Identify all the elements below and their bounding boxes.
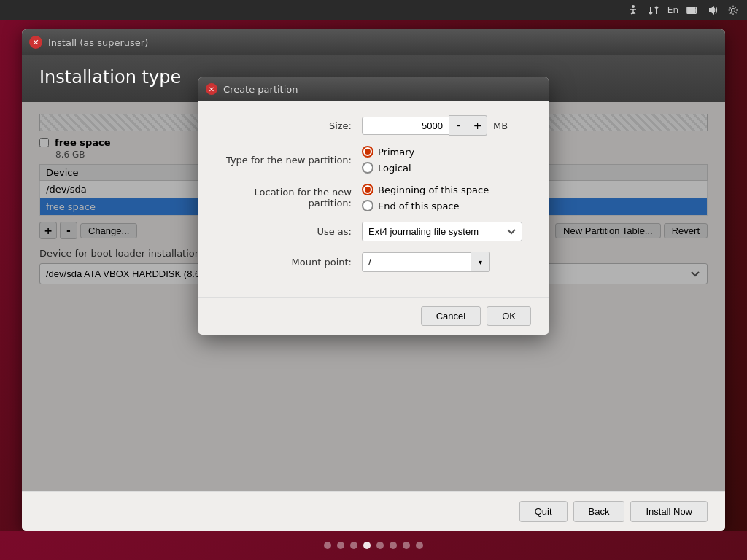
window-titlebar-label: Install (as superuser): [48, 37, 148, 48]
transfer-icon[interactable]: [646, 2, 662, 18]
dot-5: [376, 542, 384, 549]
location-control: Beginning of this space End of this spac…: [362, 184, 531, 211]
dialog-close-button[interactable]: ✕: [206, 83, 217, 95]
taskbar: En: [0, 0, 747, 20]
location-beginning-option[interactable]: Beginning of this space: [362, 184, 489, 195]
location-beginning-label: Beginning of this space: [378, 184, 489, 195]
type-logical-radio[interactable]: [362, 162, 374, 174]
dot-8: [416, 542, 423, 549]
type-primary-radio[interactable]: [362, 146, 374, 158]
size-control: - + MB: [362, 115, 531, 136]
type-primary-label: Primary: [378, 147, 414, 158]
main-window: ✕ Install (as superuser) Installation ty…: [22, 29, 725, 531]
dot-3: [350, 542, 357, 549]
dialog-footer: Cancel OK: [198, 297, 549, 335]
mount-point-input[interactable]: [362, 252, 471, 272]
dialog-body: Size: - + MB Type for the new partition:: [198, 101, 549, 297]
type-primary-option[interactable]: Primary: [362, 146, 414, 158]
dot-2: [337, 542, 344, 549]
location-end-radio[interactable]: [362, 200, 374, 211]
size-decrease-button[interactable]: -: [449, 115, 468, 136]
mount-point-row: Mount point: ▾: [216, 252, 531, 272]
volume-icon[interactable]: [705, 2, 721, 18]
use-as-label: Use as:: [216, 226, 362, 237]
size-input-group: - +: [362, 115, 487, 136]
mount-input-group: ▾: [362, 252, 490, 272]
use-as-row: Use as: Ext4 journaling file system Ext3…: [216, 222, 531, 241]
dot-7: [403, 542, 410, 549]
size-unit: MB: [493, 120, 508, 131]
battery-icon[interactable]: [684, 2, 700, 18]
type-logical-label: Logical: [378, 163, 411, 174]
location-beginning-radio[interactable]: [362, 184, 374, 195]
size-row: Size: - + MB: [216, 115, 531, 136]
type-logical-option[interactable]: Logical: [362, 162, 414, 174]
mount-point-label: Mount point:: [216, 257, 362, 268]
location-end-option[interactable]: End of this space: [362, 200, 489, 211]
type-radio-group: Primary Logical: [362, 146, 414, 174]
keyboard-lang-indicator[interactable]: En: [666, 2, 680, 18]
type-control: Primary Logical: [362, 146, 531, 174]
location-label: Location for the new partition:: [216, 187, 362, 209]
type-row: Type for the new partition: Primary Logi…: [216, 146, 531, 174]
use-as-control: Ext4 journaling file system Ext3 journal…: [362, 222, 531, 241]
use-as-select[interactable]: Ext4 journaling file system Ext3 journal…: [362, 222, 522, 241]
ok-button[interactable]: OK: [487, 306, 531, 326]
location-radio-group: Beginning of this space End of this spac…: [362, 184, 489, 211]
progress-dots: [0, 531, 747, 560]
create-partition-dialog: ✕ Create partition Size: - + MB: [198, 77, 549, 335]
svg-rect-2: [688, 7, 695, 12]
window-close-button[interactable]: ✕: [29, 36, 42, 49]
settings-icon[interactable]: [725, 2, 741, 18]
cancel-button[interactable]: Cancel: [421, 306, 481, 326]
location-end-label: End of this space: [378, 201, 460, 211]
size-increase-button[interactable]: +: [468, 115, 487, 136]
size-input[interactable]: [362, 117, 449, 135]
dot-4-active: [363, 542, 371, 549]
dialog-titlebar: ✕ Create partition: [198, 77, 549, 101]
dot-1: [324, 542, 331, 549]
dialog-title: Create partition: [223, 84, 298, 95]
mount-point-control: ▾: [362, 252, 531, 272]
accessibility-icon[interactable]: [625, 2, 641, 18]
window-titlebar: ✕ Install (as superuser): [22, 29, 725, 55]
location-row: Location for the new partition: Beginnin…: [216, 184, 531, 211]
type-label: Type for the new partition:: [216, 155, 362, 166]
dialog-backdrop: ✕ Create partition Size: - + MB: [22, 55, 725, 531]
dot-6: [390, 542, 397, 549]
svg-point-0: [632, 5, 635, 8]
size-label: Size:: [216, 120, 362, 131]
mount-point-dropdown-button[interactable]: ▾: [471, 252, 490, 272]
